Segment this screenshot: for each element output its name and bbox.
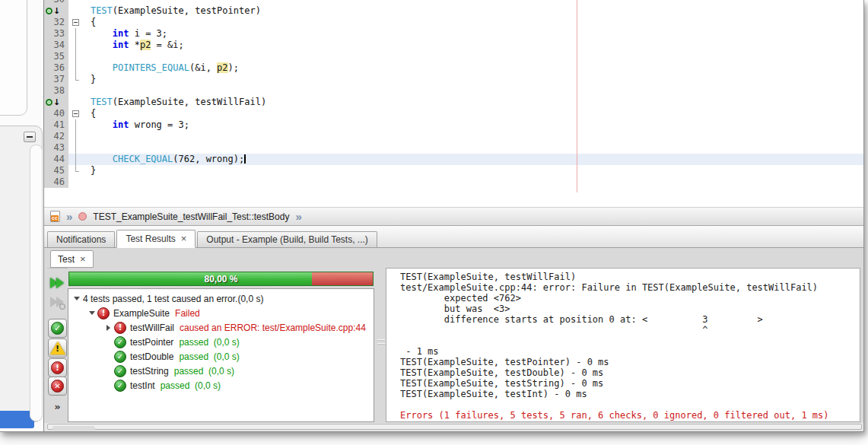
test-passed-icon [114, 336, 126, 348]
gutter-cell[interactable]: 35 [44, 51, 68, 62]
gutter-cell[interactable]: 33 [44, 28, 68, 40]
console-line [400, 335, 860, 346]
code-line[interactable]: 46 [44, 176, 863, 188]
test-tree-panel: 80,00 % 4 tests passed, 1 test caused an… [68, 268, 374, 422]
disabled-badge [59, 304, 65, 310]
code-line[interactable]: 36 POINTERS_EQUAL(&i, p2); [44, 62, 863, 74]
test-status: passed (0,0 s) [161, 380, 221, 391]
gutter-cell[interactable]: 36 [44, 62, 68, 74]
gutter-cell[interactable]: 38 [44, 85, 68, 97]
test-error-icon [97, 307, 110, 319]
show-errors-toggle[interactable] [48, 358, 67, 377]
fold-start-icon[interactable] [72, 110, 79, 117]
vertical-scrollbar-thumb[interactable] [30, 145, 43, 421]
line-number: 33 [54, 28, 65, 40]
gutter-cell[interactable]: 30 [44, 0, 68, 5]
code-line[interactable]: 44 CHECK_EQUAL(762, wrong); [44, 154, 863, 165]
expander-icon[interactable] [103, 325, 113, 331]
gutter-cell[interactable]: 42 [44, 131, 68, 142]
test-tree-row[interactable]: ExampleSuiteFailed [68, 306, 374, 320]
gutter-cell[interactable]: 46 [44, 176, 68, 188]
code-line[interactable]: 37 } [44, 74, 863, 85]
line-number: 34 [54, 40, 65, 51]
more-buttons-icon [54, 399, 60, 413]
code-line[interactable]: 35 [44, 51, 863, 62]
more-buttons-button[interactable] [48, 396, 67, 415]
code-line[interactable]: 30 [44, 0, 863, 5]
show-warnings-toggle[interactable] [48, 339, 67, 358]
tab-label: Test Results [126, 234, 175, 244]
test-tree-row[interactable]: testDoublepassed (0,0 s) [68, 349, 374, 364]
minimize-panel-button[interactable] [24, 132, 36, 142]
breadcrumb-item-label[interactable]: TEST_ExampleSuite_testWillFail_Test::tes… [93, 211, 289, 222]
code-line[interactable]: 34 int *p2 = &i; [44, 40, 863, 51]
test-name: 4 tests passed, 1 test caused an error.(… [83, 294, 263, 304]
gutter-cell[interactable]: 34 [44, 40, 68, 51]
close-tab-icon[interactable] [80, 254, 86, 265]
main-area: 30↓ TEST(ExampleSuite, testPointer)32 {3… [43, 0, 863, 431]
gutter-cell[interactable]: ↓ [44, 5, 68, 17]
tab-test[interactable]: Test [50, 250, 94, 268]
code-text: TEST(ExampleSuite, testPointer) [68, 5, 863, 17]
rerun-tests-button[interactable] [48, 273, 67, 292]
gutter-cell[interactable]: 43 [44, 142, 68, 154]
show-aborted-icon [51, 380, 64, 393]
test-name: testPointer [130, 337, 173, 348]
fold-end-icon [75, 74, 79, 81]
test-tree-row[interactable]: 4 tests passed, 1 test caused an error.(… [68, 291, 374, 306]
run-test-icon[interactable]: ↓ [46, 97, 60, 107]
code-line[interactable]: 40 { [44, 108, 863, 119]
code-line[interactable]: 32 { [44, 17, 863, 28]
run-test-arrow: ↓ [53, 6, 60, 16]
gutter-cell[interactable]: 37 [44, 74, 68, 85]
test-name: testString [130, 366, 169, 377]
splitter-grip[interactable] [377, 339, 385, 345]
cpp-file-icon[interactable] [50, 211, 60, 222]
show-aborted-toggle[interactable] [48, 377, 67, 396]
right-margin-line [577, 0, 577, 192]
test-error-icon [114, 322, 126, 334]
gutter-cell[interactable]: 44 [44, 154, 68, 165]
gutter-cell[interactable]: ↓ [44, 97, 68, 108]
test-tree-row[interactable]: testIntpassed (0,0 s) [68, 378, 374, 393]
code-line[interactable]: 41 int wrong = 3; [44, 119, 863, 131]
expander-icon[interactable] [72, 297, 81, 300]
code-line[interactable]: 42 [44, 131, 863, 142]
code-line[interactable]: ↓ TEST(ExampleSuite, testPointer) [44, 5, 863, 17]
tab-test-results[interactable]: Test Results [116, 230, 196, 248]
tab-output-example-build-build-tests[interactable]: Output - Example (Build, Build Tests, ..… [197, 231, 377, 247]
code-text: int *p2 = &i; [68, 40, 863, 51]
tab-notifications[interactable]: Notifications [47, 231, 115, 247]
run-test-icon[interactable]: ↓ [46, 6, 60, 16]
line-number: 46 [54, 176, 65, 188]
show-passed-toggle[interactable] [48, 319, 67, 338]
test-passed-icon [114, 351, 126, 363]
code-line[interactable]: ↓ TEST(ExampleSuite, testWillFail) [44, 97, 863, 108]
code-text [68, 142, 863, 154]
gutter-cell[interactable]: 32 [44, 17, 68, 28]
code-text: int wrong = 3; [68, 119, 863, 131]
code-line[interactable]: 45 } [44, 165, 863, 176]
code-editor[interactable]: 30↓ TEST(ExampleSuite, testPointer)32 {3… [44, 0, 863, 207]
code-line[interactable]: 38 [44, 85, 863, 97]
horizontal-scrollbar[interactable] [47, 424, 862, 430]
fold-start-icon[interactable] [72, 19, 79, 26]
gutter-cell[interactable]: 41 [44, 119, 68, 131]
rerun-failed-tests-button[interactable] [48, 292, 67, 311]
code-text: POINTERS_EQUAL(&i, p2); [68, 62, 863, 74]
line-number: 41 [54, 119, 65, 131]
line-number: 32 [54, 17, 65, 28]
code-text: int i = 3; [68, 28, 863, 40]
fold-mid-icon [75, 51, 76, 62]
test-output-console[interactable]: TEST(ExampleSuite, testWillFail)test/Exa… [386, 268, 860, 422]
gutter-cell[interactable]: 40 [44, 108, 68, 119]
test-tree-row[interactable]: testStringpassed (0,0 s) [68, 364, 374, 378]
expander-icon[interactable] [87, 311, 97, 315]
code-line[interactable]: 43 [44, 142, 863, 154]
gutter-cell[interactable]: 45 [44, 165, 68, 176]
horizontal-scrollbar-thumb[interactable] [52, 426, 95, 431]
code-line[interactable]: 33 int i = 3; [44, 28, 863, 40]
test-tree-row[interactable]: testPointerpassed (0,0 s) [68, 335, 374, 349]
close-tab-icon[interactable] [181, 234, 187, 244]
test-tree-row[interactable]: testWillFailcaused an ERROR: test/Exampl… [68, 320, 374, 335]
